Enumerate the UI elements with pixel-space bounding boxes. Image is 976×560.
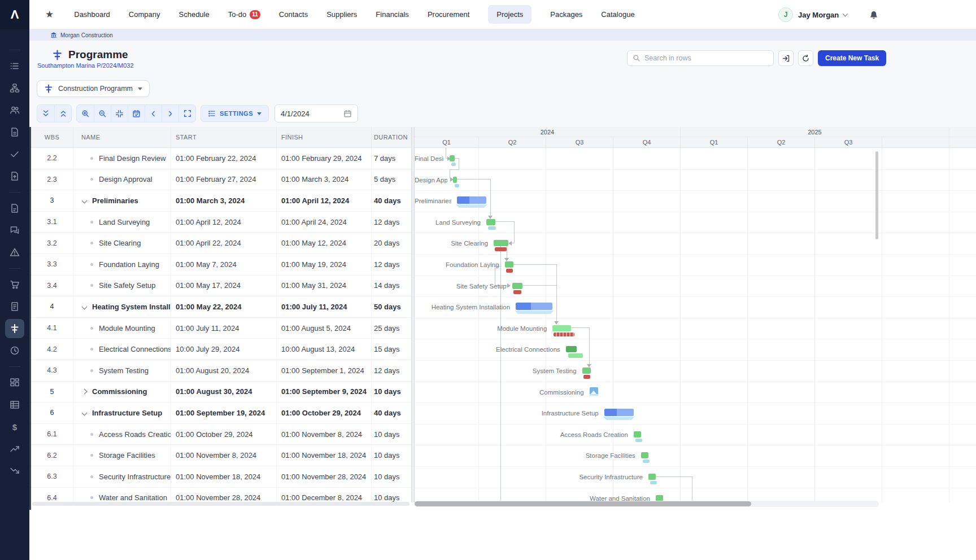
nav-item-financials[interactable]: Financials xyxy=(376,10,409,19)
sidebar-item-dashboard-grid[interactable] xyxy=(0,377,29,389)
table-row[interactable]: 4Heating System Installation01:00 May 22… xyxy=(31,296,411,318)
cell-name[interactable]: Commissioning xyxy=(73,382,171,403)
chevron-down-icon[interactable] xyxy=(82,198,88,204)
table-row[interactable]: 6.4Water and Sanitation01:00 November 28… xyxy=(31,488,411,503)
sidebar-item-procurement[interactable] xyxy=(0,278,29,291)
table-row[interactable]: 6.3Security Infrastructure01:00 November… xyxy=(31,466,411,488)
gantt-task-bar[interactable] xyxy=(648,474,656,480)
table-row[interactable]: 4.1Module Mounting01:00 July 11, 202401:… xyxy=(31,318,411,339)
sidebar-item-reports-up[interactable] xyxy=(0,443,29,455)
cell-name[interactable]: Site Clearing xyxy=(73,233,171,253)
gantt-task-bar[interactable] xyxy=(634,431,641,438)
table-row[interactable]: 4.2Electrical Connections10:00 July 29, … xyxy=(31,339,411,360)
horizontal-scrollbar-thumb[interactable] xyxy=(415,501,751,506)
column-header-start[interactable]: START xyxy=(171,127,277,147)
sidebar-item-invoices[interactable] xyxy=(0,300,29,313)
table-row[interactable]: 3Preliminaries01:00 March 3, 202401:00 A… xyxy=(31,190,411,212)
bell-icon[interactable] xyxy=(869,10,879,20)
sidebar-item-reports-down[interactable] xyxy=(0,465,29,477)
export-button[interactable] xyxy=(778,50,794,66)
cell-name[interactable]: Module Mounting xyxy=(73,318,171,339)
user-name[interactable]: Jay Morgan xyxy=(798,11,839,19)
favorites-star-icon[interactable]: ★ xyxy=(45,8,54,20)
table-row[interactable]: 6.1Access Roads Creation01:00 October 29… xyxy=(31,424,411,445)
chevron-right-icon[interactable] xyxy=(82,389,88,395)
nav-item-catalogue[interactable]: Catalogue xyxy=(601,10,634,19)
nav-item-contacts[interactable]: Contacts xyxy=(279,10,308,19)
project-link[interactable]: Southampton Marina P/2024/M032 xyxy=(37,62,134,69)
column-header-duration[interactable]: DURATION xyxy=(372,127,411,147)
table-scrollbar[interactable] xyxy=(32,502,409,506)
cell-name[interactable]: Access Roads Creation xyxy=(73,424,171,445)
avatar[interactable]: J xyxy=(778,7,793,22)
cell-name[interactable]: Land Surveying xyxy=(73,212,171,233)
gantt-task-bar[interactable] xyxy=(566,346,577,352)
table-row[interactable]: 3.3Foundation Laying01:00 May 7, 202401:… xyxy=(31,254,411,275)
column-header-finish[interactable]: FINISH xyxy=(277,127,372,147)
gantt-chart-area[interactable]: Final Design ReviewDesign ApprovalPrelim… xyxy=(415,148,976,502)
cell-name[interactable]: Design Approval xyxy=(73,169,171,190)
table-row[interactable]: 4.3System Testing01:00 August 20, 202401… xyxy=(31,360,411,382)
cell-name[interactable]: Infrastructure Setup xyxy=(73,403,171,423)
column-header-name[interactable]: NAME xyxy=(73,127,171,147)
nav-item-procurement[interactable]: Procurement xyxy=(428,10,469,19)
sidebar-item-messages[interactable] xyxy=(0,224,29,237)
date-input[interactable]: 4/1/2024 xyxy=(274,104,358,123)
programme-selector[interactable]: Construction Programm xyxy=(37,80,150,97)
zoom-in-button[interactable] xyxy=(77,105,94,122)
zoom-out-button[interactable] xyxy=(94,105,111,122)
sidebar-item-files[interactable] xyxy=(0,202,29,215)
sidebar-item-programme-active[interactable] xyxy=(0,322,29,335)
prev-button[interactable] xyxy=(145,105,162,122)
table-row[interactable]: 2.3Design Approval01:00 February 27, 202… xyxy=(31,169,411,191)
vertical-scrollbar[interactable] xyxy=(875,151,878,239)
fullscreen-button[interactable] xyxy=(178,105,195,122)
nav-item-schedule[interactable]: Schedule xyxy=(179,10,210,19)
breadcrumb-company[interactable]: Morgan Construction xyxy=(60,32,113,38)
sidebar-item-financials[interactable]: $ xyxy=(0,421,29,433)
gantt-task-bar[interactable] xyxy=(486,219,495,225)
cell-name[interactable]: Final Design Review xyxy=(73,148,171,169)
settings-button[interactable]: SETTINGS xyxy=(201,105,269,122)
gantt-task-bar[interactable] xyxy=(641,452,648,458)
gantt-task-bar[interactable] xyxy=(450,155,455,161)
search-input[interactable] xyxy=(644,54,757,62)
sidebar-item-issues[interactable] xyxy=(0,246,29,259)
nav-item-company[interactable]: Company xyxy=(129,10,160,19)
nav-item-dashboard[interactable]: Dashboard xyxy=(74,10,110,19)
table-row[interactable]: 3.1Land Surveying01:00 April 12, 202401:… xyxy=(31,212,411,233)
table-row[interactable]: 6.2Storage Facilities01:00 November 8, 2… xyxy=(31,445,411,466)
nav-item-suppliers[interactable]: Suppliers xyxy=(326,10,357,19)
nav-item-to-do[interactable]: To-do11 xyxy=(228,10,260,19)
cell-name[interactable]: Site Safety Setup xyxy=(73,275,171,296)
cell-name[interactable]: Electrical Connections xyxy=(73,339,171,360)
table-row[interactable]: 5Commissioning01:00 August 30, 202401:00… xyxy=(31,382,411,403)
next-button[interactable] xyxy=(162,105,178,122)
cell-name[interactable]: Storage Facilities xyxy=(73,445,171,466)
gantt-summary-bar[interactable] xyxy=(516,303,552,310)
sidebar-item-time[interactable] xyxy=(0,344,29,357)
cell-name[interactable]: Water and Sanitation xyxy=(73,488,171,503)
table-row[interactable]: 2.2Final Design Review01:00 February 22,… xyxy=(31,148,411,169)
table-row[interactable]: 6Infrastructure Setup01:00 September 19,… xyxy=(31,403,411,424)
gantt-task-bar[interactable] xyxy=(512,283,522,289)
cell-name[interactable]: Heating System Installation xyxy=(73,296,171,317)
sidebar-item-tables[interactable] xyxy=(0,399,29,411)
gantt-task-bar[interactable] xyxy=(552,325,571,331)
gantt-collapsed-summary-marker[interactable] xyxy=(590,387,598,396)
scroll-to-date-button[interactable] xyxy=(128,105,145,122)
create-new-task-button[interactable]: Create New Task xyxy=(818,50,886,66)
gantt-summary-bar[interactable] xyxy=(604,409,634,416)
app-logo-icon[interactable]: Λ xyxy=(0,0,29,29)
cell-name[interactable]: Preliminaries xyxy=(73,190,171,211)
sidebar-item-file-upload[interactable] xyxy=(0,170,29,182)
nav-item-packages[interactable]: Packages xyxy=(550,10,582,19)
sidebar-item-documents[interactable] xyxy=(0,126,29,138)
gantt-summary-bar[interactable] xyxy=(457,196,486,204)
gantt-task-bar[interactable] xyxy=(494,240,508,246)
gantt-task-bar[interactable] xyxy=(582,368,591,374)
chevron-down-icon[interactable] xyxy=(82,410,88,415)
cell-name[interactable]: Foundation Laying xyxy=(73,254,171,275)
chevron-down-icon[interactable] xyxy=(843,11,848,17)
sidebar-item-approvals[interactable] xyxy=(0,148,29,160)
